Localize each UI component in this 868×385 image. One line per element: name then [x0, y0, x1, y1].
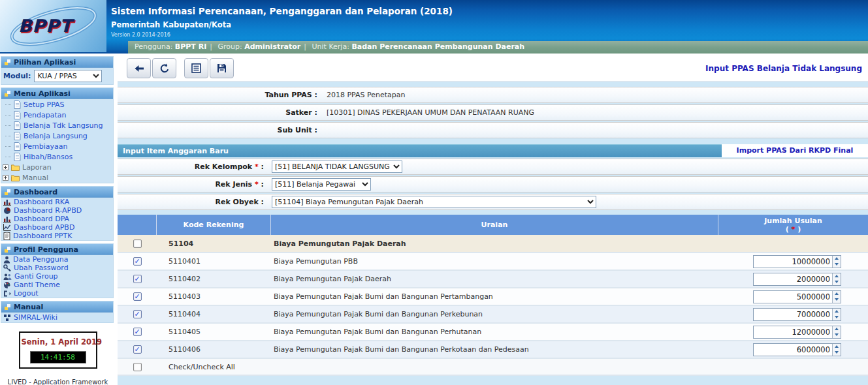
row-checkbox[interactable]: ✓ [133, 292, 142, 301]
menu-folder-laporan[interactable]: Laporan [1, 162, 113, 172]
uraian-cell: Biaya Pemungutan Pajak Bumi dan Bangunan… [271, 292, 718, 301]
field-row-rek-obyek: Rek Obyek :[51104] Biaya Pemungutan Paja… [118, 194, 868, 210]
check-uncheck-all-label: Check/Uncheck All [157, 363, 562, 371]
back-button[interactable] [127, 58, 151, 78]
jumlah-usulan-input[interactable] [754, 344, 832, 356]
row-checkbox[interactable]: ✓ [133, 345, 142, 354]
jumlah-usulan-input[interactable] [754, 256, 832, 268]
row-checkbox[interactable]: ✓ [133, 310, 142, 318]
kode-rekening-cell: 5110402 [157, 275, 271, 283]
spinner-up-icon[interactable] [833, 291, 841, 297]
sidebar-item-dashboard-dpa[interactable]: Dashboard DPA [1, 215, 113, 223]
row-checkbox[interactable]: ✓ [133, 328, 142, 336]
pilihan-aplikasi-header: Pilihan Aplikasi [1, 57, 113, 68]
spinner-down-icon[interactable] [833, 332, 841, 338]
table-row: ✓5110405Biaya Pemungutan Pajak Bumi dan … [118, 324, 868, 341]
import-ppas-link[interactable]: Import PPAS Dari RKPD Final [737, 146, 854, 155]
table-row: ✓5110402Biaya Pemungutan Pajak Daerah [118, 271, 868, 288]
squares-icon [5, 304, 10, 310]
framework-credit: LIVED - Application Framework [0, 378, 116, 385]
section-profil-pengguna: Profil Pengguna Data PenggunaUbah Passwo… [1, 243, 114, 298]
anggaran-table: Kode Rekening Uraian Jumlah Usulan ( * )… [118, 215, 868, 376]
jumlah-usulan-input-wrap [753, 343, 841, 356]
jumlah-usulan-input-wrap [753, 308, 841, 321]
sidebar-item-logout[interactable]: Logout [1, 289, 113, 298]
spinner-up-icon[interactable] [833, 344, 841, 350]
logo-text: BPPT [18, 16, 72, 36]
field-value: [10301] DINAS PEKERJAAN UMUM DAN PENATAA… [321, 108, 534, 117]
report-button[interactable] [184, 58, 208, 78]
section-menu-aplikasi: Menu Aplikasi Setup PPASPendapatanBelanj… [1, 87, 114, 183]
jumlah-usulan-column-header: Jumlah Usulan ( * ) [718, 215, 868, 235]
spinner-down-icon[interactable] [833, 315, 841, 320]
jumlah-usulan-input-wrap [753, 290, 841, 303]
spinner-up-icon[interactable] [833, 309, 841, 315]
row-checkbox[interactable]: ✓ [133, 275, 142, 283]
group-row: 51104Biaya Pemungutan Pajak Daerah [118, 235, 868, 253]
menu-item-hibah-bansos[interactable]: Hibah/Bansos [1, 151, 113, 162]
pie-chart-icon [3, 207, 11, 215]
uraian-cell: Biaya Pemungutan Pajak Daerah [271, 239, 718, 248]
menu-aplikasi-header: Menu Aplikasi [1, 88, 113, 99]
field-row-rek-jenis: Rek Jenis * :[511] Belanja Pegawai [118, 176, 868, 192]
page-icon [14, 153, 21, 161]
sidebar-item-ubah-password[interactable]: Ubah Password [1, 264, 113, 272]
row-checkbox[interactable] [133, 363, 142, 371]
report-icon [191, 63, 201, 73]
menu-item-pendapatan[interactable]: Pendapatan [1, 110, 113, 120]
spinner-up-icon[interactable] [833, 256, 841, 262]
spinner-up-icon[interactable] [833, 326, 841, 332]
row-checkbox[interactable]: ✓ [133, 257, 142, 266]
spinner-down-icon[interactable] [833, 350, 841, 356]
sidebar-item-dashboard-r-apbd[interactable]: Dashboard R-APBD [1, 206, 113, 215]
sidebar-item-ganti-theme[interactable]: Ganti Theme [1, 281, 113, 289]
section-pilihan-aplikasi: Pilihan Aplikasi Modul: KUA / PPAS [1, 56, 114, 85]
table-header-row: Kode Rekening Uraian Jumlah Usulan ( * ) [118, 215, 868, 235]
jumlah-usulan-input[interactable] [754, 326, 832, 338]
spinner-down-icon[interactable] [833, 297, 841, 303]
pengguna-value: BPPT RI [175, 42, 206, 51]
menu-item-belanja-tdk-langsung[interactable]: Belanja Tdk Langsung [1, 120, 113, 131]
sidebar-item-dashboard-rka[interactable]: Dashboard RKA [1, 198, 113, 206]
pengguna-label: Pengguna: [135, 42, 172, 51]
sidebar-item-data-pengguna[interactable]: Data Pengguna [1, 255, 113, 264]
field-label: Tahun PPAS : [118, 91, 321, 99]
table-row: ✓5110404Biaya Pemungutan Pajak Bumi dan … [118, 306, 868, 324]
sidebar-item-dashboard-pptk[interactable]: Dashboard PPTK [1, 232, 113, 240]
menu-item-pembiayaan[interactable]: Pembiayaan [1, 141, 113, 151]
sidebar-item-dashboard-apbd[interactable]: Dashboard APBD [1, 223, 113, 232]
field-row-rek-kelompok: Rek Kelompok * :[51] BELANJA TIDAK LANGS… [118, 159, 868, 175]
spinner-down-icon[interactable] [833, 262, 841, 268]
page-icon [14, 111, 21, 119]
save-button[interactable] [210, 58, 234, 78]
rek-kelompok-select[interactable]: [51] BELANJA TIDAK LANGSUNG [272, 161, 402, 173]
sidebar-item-simral-wiki[interactable]: SIMRAL-Wiki [1, 313, 113, 322]
menu-folder-manual[interactable]: Manual [1, 172, 113, 183]
row-checkbox[interactable] [133, 239, 142, 248]
rek-obyek-select[interactable]: [51104] Biaya Pemungutan Pajak Daerah [272, 196, 596, 208]
back-arrow-icon [133, 63, 145, 74]
save-icon [217, 63, 227, 73]
menu-item-belanja-langsung[interactable]: Belanja Langsung [1, 131, 113, 141]
clock-time: 14:41:58 [30, 351, 86, 363]
squares-icon [5, 91, 10, 97]
group-value: Administrator [244, 42, 300, 51]
jumlah-usulan-input[interactable] [754, 309, 832, 320]
jumlah-usulan-input-wrap [753, 326, 841, 339]
page-title: Input PPAS Belanja Tidak Langsung [705, 64, 862, 73]
unit-kerja-label: Unit Kerja: [312, 42, 349, 51]
rek-jenis-select[interactable]: [511] Belanja Pegawai [272, 178, 371, 191]
app-header: Sistem Informasi Perencanaan, Penganggar… [0, 0, 868, 54]
modul-select[interactable]: KUA / PPAS [34, 70, 102, 82]
user-bar: Pengguna: BPPT RI| Group: Administrator|… [128, 41, 868, 54]
sidebar-item-ganti-group[interactable]: Ganti Group [1, 272, 113, 281]
jumlah-usulan-input[interactable] [754, 291, 832, 303]
app-title: Sistem Informasi Perencanaan, Penganggar… [111, 6, 453, 16]
table-row: ✓5110401Biaya Pemungutan PBB [118, 253, 868, 271]
jumlah-usulan-input[interactable] [754, 273, 832, 285]
spinner-down-icon[interactable] [833, 279, 841, 285]
checkbox-column-header [118, 215, 157, 235]
menu-item-setup-ppas[interactable]: Setup PPAS [1, 99, 113, 110]
refresh-button[interactable] [152, 58, 176, 78]
spinner-up-icon[interactable] [833, 273, 841, 279]
